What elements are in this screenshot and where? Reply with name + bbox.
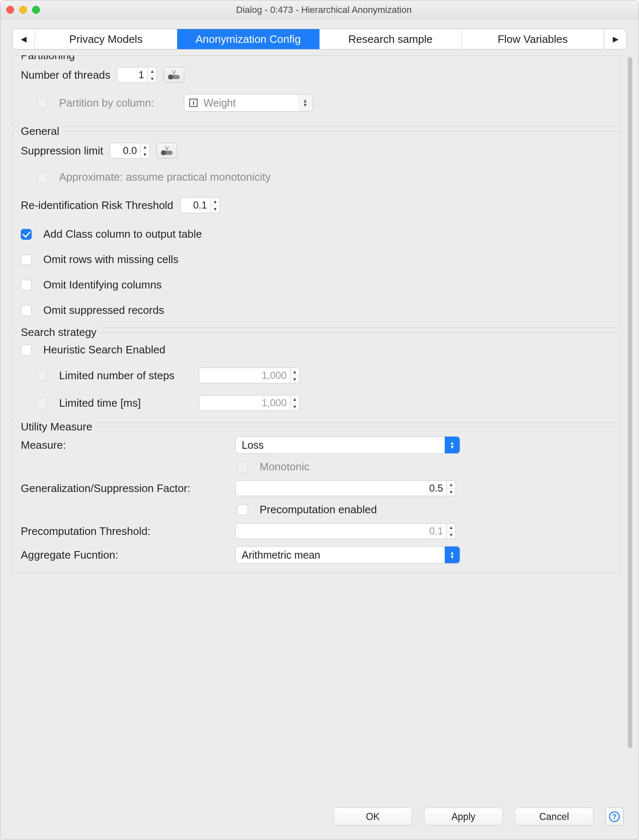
config-panel: Partitioning Number of threads ▲▼ V xyxy=(12,55,626,794)
add-class-column-label: Add Class column to output table xyxy=(43,228,202,241)
suppression-limit-label: Suppression limit xyxy=(21,144,103,157)
chevron-up-down-icon: ▲▼ xyxy=(445,547,460,563)
approximate-label: Approximate: assume practical monotonici… xyxy=(59,171,271,184)
suppression-limit-stepper[interactable]: ▲▼ xyxy=(141,143,150,159)
limited-steps-spinner: ▲▼ xyxy=(199,367,300,384)
dialog-window: Dialog - 0:473 - Hierarchical Anonymizat… xyxy=(0,0,639,840)
aggregate-function-value: Arithmetric mean xyxy=(236,549,445,561)
num-threads-flowvar-button[interactable]: V xyxy=(163,67,184,83)
limited-steps-checkbox xyxy=(37,370,47,381)
window-title: Dialog - 0:473 - Hierarchical Anonymizat… xyxy=(15,5,633,15)
omit-identifying-checkbox[interactable] xyxy=(21,280,32,291)
ok-button[interactable]: OK xyxy=(333,808,412,826)
group-title-general: General xyxy=(18,125,62,138)
partition-column-value: Weight xyxy=(198,97,297,109)
help-icon: ? xyxy=(609,811,620,823)
svg-text:?: ? xyxy=(612,813,617,820)
gs-factor-stepper[interactable]: ▲▼ xyxy=(447,480,456,496)
precomputation-threshold-input xyxy=(235,523,447,539)
omit-suppressed-checkbox[interactable] xyxy=(21,305,32,316)
apply-button[interactable]: Apply xyxy=(424,808,503,826)
gs-factor-input[interactable] xyxy=(235,480,447,496)
tab-strip: ◀ Privacy Models Anonymization Config Re… xyxy=(12,29,627,50)
limited-time-checkbox xyxy=(37,398,47,408)
measure-value: Loss xyxy=(236,439,445,451)
limited-time-spinner: ▲▼ xyxy=(199,395,300,411)
num-threads-label: Number of threads xyxy=(21,69,110,82)
precomputation-enabled-checkbox[interactable] xyxy=(237,504,248,515)
reid-risk-input[interactable] xyxy=(180,197,211,213)
gs-factor-spinner[interactable]: ▲▼ xyxy=(235,480,456,497)
monotonic-checkbox xyxy=(237,462,248,472)
limited-steps-label: Limited number of steps xyxy=(59,369,192,382)
suppression-limit-spinner[interactable]: ▲▼ xyxy=(110,142,150,159)
heuristic-search-label: Heuristic Search Enabled xyxy=(43,343,165,356)
gs-factor-label: Generalization/Suppression Factor: xyxy=(21,482,229,495)
add-class-column-checkbox[interactable] xyxy=(21,229,32,240)
num-threads-input[interactable] xyxy=(117,67,148,83)
titlebar: Dialog - 0:473 - Hierarchical Anonymizat… xyxy=(0,0,639,20)
vertical-scrollbar[interactable] xyxy=(626,57,634,792)
omit-missing-checkbox[interactable] xyxy=(21,254,32,265)
help-button[interactable]: ? xyxy=(605,808,624,826)
measure-select[interactable]: Loss ▲▼ xyxy=(235,436,460,454)
reid-risk-stepper[interactable]: ▲▼ xyxy=(211,197,220,213)
chevron-up-down-icon: ▲▼ xyxy=(445,437,460,453)
precomputation-threshold-stepper: ▲▼ xyxy=(447,523,456,539)
precomputation-enabled-label: Precomputation enabled xyxy=(260,503,377,516)
heuristic-search-checkbox[interactable] xyxy=(21,345,32,355)
partition-by-column-checkbox xyxy=(37,97,47,108)
approximate-checkbox xyxy=(37,172,47,183)
tab-flow-variables[interactable]: Flow Variables xyxy=(462,29,604,49)
omit-suppressed-label: Omit suppressed records xyxy=(43,304,164,317)
monotonic-label: Monotonic xyxy=(260,460,310,473)
omit-missing-label: Omit rows with missing cells xyxy=(43,253,178,266)
reid-risk-spinner[interactable]: ▲▼ xyxy=(180,197,220,214)
tab-privacy-models[interactable]: Privacy Models xyxy=(35,29,177,49)
group-title-partitioning: Partitioning xyxy=(18,55,77,62)
chevron-up-down-icon: ▲▼ xyxy=(297,94,312,111)
group-title-search: Search strategy xyxy=(18,326,99,339)
aggregate-function-label: Aggregate Fucntion: xyxy=(21,549,229,562)
column-type-icon: I xyxy=(189,99,198,107)
partition-by-column-label: Partition by column: xyxy=(59,97,154,109)
group-utility-measure: Utility Measure Measure: Loss ▲▼ Monoton… xyxy=(12,427,620,573)
num-threads-spinner[interactable]: ▲▼ xyxy=(117,67,157,83)
suppression-limit-input[interactable] xyxy=(110,143,141,159)
cancel-button[interactable]: Cancel xyxy=(515,808,594,826)
aggregate-function-select[interactable]: Arithmetric mean ▲▼ xyxy=(235,546,460,564)
group-partitioning: Partitioning Number of threads ▲▼ V xyxy=(12,55,620,127)
tab-research-sample[interactable]: Research sample xyxy=(320,29,462,49)
precomputation-threshold-spinner: ▲▼ xyxy=(235,523,456,539)
group-search-strategy: Search strategy Heuristic Search Enabled… xyxy=(12,332,620,422)
panel-area: Partitioning Number of threads ▲▼ V xyxy=(12,55,635,794)
limited-steps-stepper: ▲▼ xyxy=(290,368,300,383)
measure-label: Measure: xyxy=(21,439,229,452)
limited-time-label: Limited time [ms] xyxy=(59,397,192,410)
tabs-scroll-left[interactable]: ◀ xyxy=(12,29,35,49)
group-title-utility: Utility Measure xyxy=(18,420,95,433)
num-threads-stepper[interactable]: ▲▼ xyxy=(148,67,157,83)
precomputation-threshold-label: Precomputation Threshold: xyxy=(21,525,229,538)
limited-steps-input xyxy=(199,368,290,383)
limited-time-stepper: ▲▼ xyxy=(290,395,300,411)
reid-risk-label: Re-identification Risk Threshold xyxy=(21,199,173,212)
tab-anonymization-config[interactable]: Anonymization Config xyxy=(177,29,320,49)
group-general: General Suppression limit ▲▼ V Ap xyxy=(12,131,620,328)
omit-identifying-label: Omit Identifying columns xyxy=(43,278,162,291)
close-window-button[interactable] xyxy=(6,6,14,14)
limited-time-input xyxy=(199,395,290,411)
partition-column-select: I Weight ▲▼ xyxy=(184,94,313,112)
suppression-limit-flowvar-button[interactable]: V xyxy=(156,143,177,159)
scrollbar-thumb[interactable] xyxy=(628,57,632,748)
dialog-footer: OK Apply Cancel ? xyxy=(0,794,639,840)
tabs-scroll-right[interactable]: ▶ xyxy=(604,29,627,49)
